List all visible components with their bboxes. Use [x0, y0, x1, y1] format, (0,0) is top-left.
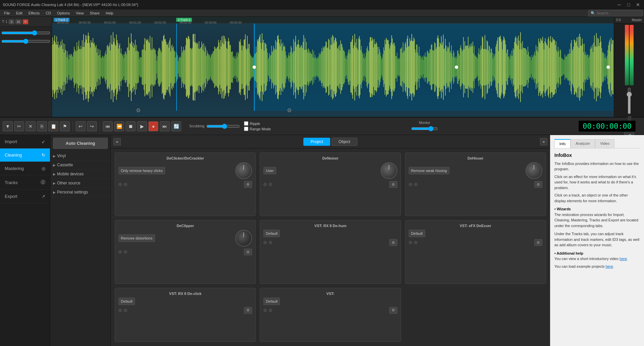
- effect-group-other[interactable]: ▶ Other source: [50, 179, 110, 188]
- vst-dehum-settings-button[interactable]: ⚙: [389, 239, 397, 246]
- menu-cd[interactable]: CD: [43, 10, 54, 16]
- collapse-button[interactable]: ▼: [3, 121, 13, 131]
- vst-dehum-led[interactable]: [263, 241, 267, 244]
- vst-deesser-led[interactable]: [409, 241, 412, 244]
- effect-group-personal[interactable]: ▶ Personal settings: [50, 188, 110, 197]
- cut-button[interactable]: ✂: [14, 121, 24, 131]
- denoiser-led2[interactable]: [269, 183, 272, 186]
- delete-button[interactable]: ✕: [26, 121, 36, 131]
- menu-help[interactable]: Help: [103, 10, 116, 16]
- sidebar-item-import[interactable]: Import ↙: [0, 135, 50, 148]
- next-button[interactable]: ⏭: [160, 121, 170, 131]
- nav-prev-button[interactable]: «: [113, 138, 121, 145]
- window-controls[interactable]: ─ □ ✕: [616, 2, 641, 7]
- paste-button[interactable]: 📋: [48, 121, 58, 131]
- waveform-display[interactable]: 1:Track 2 2:Track 4 00:00:00 00:00:30 00…: [52, 17, 614, 117]
- here-video-link[interactable]: here: [620, 257, 627, 261]
- tab-project[interactable]: Project: [303, 138, 330, 146]
- vst-dehum-preset-dropdown[interactable]: Default: [263, 230, 280, 237]
- dehisser-preset-dropdown[interactable]: Remove weak hissing: [409, 167, 449, 174]
- vst-declick-led2[interactable]: [124, 309, 127, 312]
- vst-deesser-led2[interactable]: [414, 241, 417, 244]
- redo-button[interactable]: ↪: [87, 121, 97, 131]
- menu-options[interactable]: Options: [54, 10, 72, 16]
- sidebar-item-export[interactable]: Export ↗: [0, 190, 50, 203]
- search-bar[interactable]: 🔍: [588, 10, 643, 16]
- nav-next-button[interactable]: »: [540, 138, 547, 145]
- waveform-canvas[interactable]: [52, 24, 614, 111]
- flag-button[interactable]: ⚑: [60, 121, 70, 131]
- pan-slider[interactable]: [1, 39, 50, 44]
- minimize-button[interactable]: ─: [616, 2, 623, 7]
- denoiser-led[interactable]: [263, 183, 267, 186]
- go-start-button[interactable]: ⏮: [103, 121, 113, 131]
- scrub-slider[interactable]: [206, 124, 240, 129]
- vst-dehum-led2[interactable]: [269, 241, 272, 244]
- ripple-checkbox[interactable]: [244, 121, 248, 126]
- record-button[interactable]: ●: [148, 121, 158, 131]
- undo-button[interactable]: ↩: [76, 121, 86, 131]
- vst-deesser-preset-dropdown[interactable]: Default: [409, 230, 425, 237]
- track-s-button[interactable]: S: [9, 19, 14, 24]
- infobox-tab-video[interactable]: Video: [595, 139, 614, 148]
- vst-declick-settings-button[interactable]: ⚙: [244, 307, 252, 314]
- vst-empty-led2[interactable]: [269, 309, 272, 312]
- search-input[interactable]: [597, 11, 640, 15]
- sidebar-item-mastering[interactable]: Mastering ◎: [0, 162, 50, 175]
- declipper-knob[interactable]: [235, 230, 252, 247]
- declipper-led2[interactable]: [124, 250, 127, 254]
- menu-edit[interactable]: Edit: [13, 10, 25, 16]
- dehisser-knob[interactable]: [526, 162, 542, 179]
- monitor-slider[interactable]: [411, 126, 438, 131]
- vst-empty-settings-button[interactable]: ⚙: [389, 307, 397, 314]
- denoiser-preset-dropdown[interactable]: User: [263, 167, 276, 174]
- sidebar-item-tracks[interactable]: Tracks ⓓ: [0, 175, 50, 190]
- menu-file[interactable]: File: [1, 10, 13, 16]
- declicker-led[interactable]: [118, 183, 122, 186]
- maximize-button[interactable]: □: [625, 2, 632, 7]
- vst-declick-led[interactable]: [118, 309, 122, 312]
- declicker-knob[interactable]: [235, 162, 252, 179]
- infobox-tab-analyzer[interactable]: Analyzer: [571, 139, 595, 148]
- stop-button[interactable]: ⏹: [126, 121, 136, 131]
- close-button[interactable]: ✕: [635, 2, 641, 7]
- vst-empty-preset-dropdown[interactable]: Default: [263, 298, 280, 305]
- menu-effects[interactable]: Effects: [26, 10, 42, 16]
- dehisser-led2[interactable]: [414, 183, 417, 186]
- infobox-tab-info[interactable]: Info: [554, 139, 571, 148]
- vst-declick-preset-dropdown[interactable]: Default: [118, 298, 135, 305]
- play-button[interactable]: ▶: [137, 121, 147, 131]
- declicker-settings-button[interactable]: ⚙: [244, 181, 252, 188]
- prev-button[interactable]: ⏪: [114, 121, 124, 131]
- range-mode-checkbox[interactable]: [244, 127, 248, 131]
- denoiser-settings-button[interactable]: ⚙: [389, 181, 397, 188]
- effect-group-mobile[interactable]: ▶ Mobile devices: [50, 170, 110, 179]
- effect-group-vinyl[interactable]: ▶ Vinyl: [50, 152, 110, 161]
- dehisser-settings-button[interactable]: ⚙: [534, 181, 542, 188]
- auto-cleaning-button[interactable]: Auto Cleaning: [53, 138, 108, 149]
- vst-empty-led[interactable]: [263, 309, 267, 312]
- copy-button[interactable]: ⎘: [37, 121, 47, 131]
- declipper-preset-dropdown[interactable]: Remove distortions: [118, 234, 155, 242]
- effect-group-cassette[interactable]: ▶ Cassette: [50, 161, 110, 170]
- volume-slider[interactable]: [1, 30, 50, 36]
- gear-icon-left[interactable]: ⚙: [136, 107, 141, 114]
- declipper-settings-button[interactable]: ⚙: [244, 249, 252, 255]
- menu-view[interactable]: View: [73, 10, 87, 16]
- dehisser-led[interactable]: [409, 183, 412, 186]
- here-example-link[interactable]: here: [605, 264, 613, 268]
- declipper-led[interactable]: [118, 250, 122, 254]
- denoiser-knob[interactable]: [381, 162, 397, 179]
- vst-deesser-settings-button[interactable]: ⚙: [534, 239, 542, 246]
- track-r-button[interactable]: R: [23, 19, 29, 24]
- sidebar-item-cleaning[interactable]: Cleaning ↻: [0, 148, 50, 162]
- gear-icon-right[interactable]: ⚙: [287, 107, 292, 114]
- vst-empty-title: VST:: [263, 292, 397, 296]
- declicker-preset-dropdown[interactable]: Only remove heavy clicks: [118, 167, 165, 174]
- track-m-button[interactable]: M: [15, 19, 21, 24]
- menu-share[interactable]: Share: [87, 10, 102, 16]
- declicker-led2[interactable]: [124, 183, 127, 186]
- master-fader-slider[interactable]: [624, 87, 634, 114]
- loop-button[interactable]: 🔄: [171, 121, 181, 131]
- tab-object[interactable]: Object: [332, 138, 357, 146]
